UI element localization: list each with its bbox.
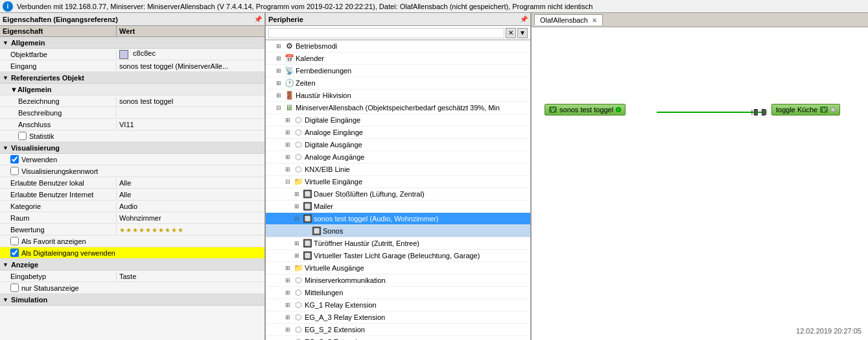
col-wert: Wert: [117, 26, 264, 36]
input-node-box[interactable]: V sonos test toggel: [545, 104, 626, 115]
expand-dig-aus-icon[interactable]: ⊞: [284, 141, 292, 149]
expand-fernbed-icon[interactable]: ⊞: [275, 67, 283, 75]
erlaubte-internet-label: Erlaubte Benutzer Internet: [0, 190, 117, 199]
diagram-tab[interactable]: OlafAllensbach ✕: [534, 14, 603, 25]
bridge-right: [762, 109, 766, 115]
expand-allgemein-icon[interactable]: ▼: [3, 40, 8, 46]
tree-item-sonos[interactable]: 🔲 Sonos: [266, 225, 530, 237]
expand-vtaster-icon[interactable]: ⊞: [293, 252, 301, 260]
expand-mserverkomm-icon[interactable]: ⊞: [284, 276, 292, 284]
expand-allgemein2-icon[interactable]: ▼: [10, 86, 18, 93]
expand-ana-aus-icon[interactable]: ⊞: [284, 153, 292, 161]
expand-mailer-icon[interactable]: ⊞: [293, 202, 301, 210]
vis-kennwort-checkbox[interactable]: [10, 167, 19, 175]
expand-vis-icon[interactable]: ▼: [3, 145, 8, 151]
checkbox-verwenden[interactable]: Verwenden: [0, 154, 264, 165]
expand-ega3-icon[interactable]: ⊞: [284, 313, 292, 321]
tree-item-mitteilungen[interactable]: ⊞ ⬡ Mitteilungen: [266, 287, 530, 299]
fernbed-label: Fernbedienungen: [296, 67, 351, 75]
knx-icon: ⬡: [293, 164, 303, 175]
tree-container[interactable]: ⊞ ⚙ Betriebsmodi ⊞ 📅 Kalender ⊞ 📡 Fernbe…: [266, 40, 530, 340]
expand-betriebsmodi-icon[interactable]: ⊞: [275, 42, 283, 50]
expand-dauerluft-icon[interactable]: ⊞: [293, 190, 301, 198]
tree-item-mailer[interactable]: ⊞ 🔲 Mailer: [266, 200, 530, 213]
tree-item-dauerluft[interactable]: ⊞ 🔲 Dauer Stoßlüften (Lüftung, Zentral): [266, 188, 530, 200]
expand-turo-icon[interactable]: ⊞: [293, 239, 301, 247]
tree-item-turoeffner[interactable]: ⊞ 🔲 Türöffner Haustür (Zutritt, Entree): [266, 237, 530, 250]
peripherie-pin-icon[interactable]: 📌: [520, 16, 528, 23]
nur-status-checkbox[interactable]: [10, 284, 19, 292]
checkbox-favorit[interactable]: Als Favorit anzeigen: [0, 236, 264, 247]
expand-sonos-icon[interactable]: ⊟: [293, 215, 301, 223]
tree-item-virt-taster[interactable]: ⊞ 🔲 Virtueller Taster Licht Garage (Bele…: [266, 250, 530, 262]
checkbox-nur-status[interactable]: nur Statusanzeige: [0, 282, 264, 294]
tree-item-betriebsmodi[interactable]: ⊞ ⚙ Betriebsmodi: [266, 40, 530, 53]
output-node-box[interactable]: toggle Küche V: [771, 104, 840, 115]
section-allgemein[interactable]: ▼ Allgemein: [0, 37, 264, 49]
tree-item-ega3-relay[interactable]: ⊞ ⬡ EG_A_3 Relay Extension: [266, 311, 530, 324]
kategorie-label: Kategorie: [0, 202, 117, 211]
properties-pin-icon[interactable]: 📌: [254, 16, 262, 23]
checkbox-statistik[interactable]: Statistik: [0, 130, 264, 142]
tree-item-zeiten[interactable]: ⊞ 🕐 Zeiten: [266, 77, 530, 90]
tree-item-ana-aus[interactable]: ⊞ ⬡ Analoge Ausgänge: [266, 151, 530, 164]
virt-ein-label: Virtuelle Eingänge: [305, 178, 362, 186]
expand-anzeige-icon[interactable]: ▼: [3, 261, 8, 268]
expand-knx-icon[interactable]: ⊞: [284, 165, 292, 173]
search-input[interactable]: [268, 28, 504, 38]
tree-item-virt-ein[interactable]: ⊟ 📁 Virtuelle Eingänge: [266, 176, 530, 188]
section-vis-label: Visualisierung: [11, 144, 60, 152]
expand-sim-icon[interactable]: ▼: [3, 297, 8, 303]
expand-zeiten-icon[interactable]: ⊞: [275, 79, 283, 87]
tree-item-virt-aus[interactable]: ⊞ 📁 Virtuelle Ausgänge: [266, 262, 530, 274]
sonos2-icon: 🔲: [311, 226, 322, 236]
section-visualisierung[interactable]: ▼ Visualisierung: [0, 142, 264, 154]
section-simulation[interactable]: ▼ Simulation: [0, 294, 264, 306]
expand-virt-ein-icon[interactable]: ⊟: [284, 178, 292, 186]
expand-mitteilungen-icon[interactable]: ⊞: [284, 289, 292, 297]
tree-item-miniserver[interactable]: ⊟ 🖥 MiniserverAllensbach (Objektspeicher…: [266, 102, 530, 114]
verwenden-checkbox[interactable]: [10, 155, 19, 164]
section-anzeige[interactable]: ▼ Anzeige: [0, 259, 264, 271]
egs3-icon: ⬡: [293, 337, 303, 340]
expand-refobj-icon[interactable]: ▼: [3, 75, 8, 81]
expand-kalender-icon[interactable]: ⊞: [275, 55, 283, 62]
checkbox-vis-kennwort[interactable]: Visualisierungskennwort: [0, 165, 264, 177]
tree-item-sonos-toggel[interactable]: ⊟ 🔲 sonos test toggel (Audio, Wohnzimmer…: [266, 213, 530, 225]
digitaleingang-checkbox[interactable]: [10, 249, 19, 257]
favorit-checkbox[interactable]: [10, 237, 19, 245]
expand-dig-ein-icon[interactable]: ⊞: [284, 116, 292, 124]
tree-item-kalender[interactable]: ⊞ 📅 Kalender: [266, 53, 530, 65]
eingang-value: sonos test toggel (MiniserverAlle...: [117, 62, 264, 71]
expand-sonos2-icon[interactable]: [302, 227, 310, 235]
tree-item-ana-ein[interactable]: ⊞ ⬡ Analoge Eingänge: [266, 127, 530, 139]
diagram-canvas[interactable]: V sonos test toggel toggle Küche V 12.: [532, 27, 868, 340]
input-node[interactable]: V sonos test toggel: [545, 104, 626, 115]
expand-miniserver-icon[interactable]: ⊟: [275, 104, 283, 112]
beschreibung-label: Beschreibung: [0, 108, 117, 117]
tree-item-dig-ein[interactable]: ⊞ ⬡ Digitale Eingänge: [266, 114, 530, 127]
checkbox-digitaleingang[interactable]: Als Digitaleingang verwenden: [0, 247, 264, 259]
search-btn[interactable]: ▼: [517, 28, 528, 38]
expand-kg1-icon[interactable]: ⊞: [284, 301, 292, 309]
tree-item-dig-aus[interactable]: ⊞ ⬡ Digitale Ausgänge: [266, 139, 530, 151]
color-swatch[interactable]: [119, 50, 128, 59]
tree-item-haustur[interactable]: ⊞ 🚪 Haustür Hikvision: [266, 90, 530, 102]
output-node[interactable]: toggle Küche V: [771, 104, 840, 115]
expand-virt-aus-icon[interactable]: ⊞: [284, 264, 292, 272]
statistik-checkbox[interactable]: [18, 132, 27, 140]
clear-search-btn[interactable]: ✕: [506, 28, 516, 38]
expand-egs2-icon[interactable]: ⊞: [284, 326, 292, 334]
tree-item-fernbedienungen[interactable]: ⊞ 📡 Fernbedienungen: [266, 65, 530, 77]
tree-item-kg1-relay[interactable]: ⊞ ⬡ KG_1 Relay Extension: [266, 299, 530, 311]
section-referenziertes-objekt[interactable]: ▼ Referenziertes Objekt: [0, 72, 264, 84]
tree-item-egs2[interactable]: ⊞ ⬡ EG_S_2 Extension: [266, 324, 530, 336]
expand-ana-ein-icon[interactable]: ⊞: [284, 128, 292, 136]
subsection-allgemein2[interactable]: ▼ Allgemein: [0, 84, 264, 95]
stars-display[interactable]: ★★★★★★★★★★: [119, 226, 184, 234]
tree-item-egs3[interactable]: ⊞ ⬡ EG_S_3 Extension: [266, 336, 530, 340]
expand-haustur-icon[interactable]: ⊞: [275, 91, 283, 99]
tree-item-mserverkomm[interactable]: ⊞ ⬡ Miniserverkommunikation: [266, 274, 530, 287]
tree-item-knx[interactable]: ⊞ ⬡ KNX/EIB Linie: [266, 164, 530, 176]
diagram-tab-close-icon[interactable]: ✕: [592, 17, 597, 24]
